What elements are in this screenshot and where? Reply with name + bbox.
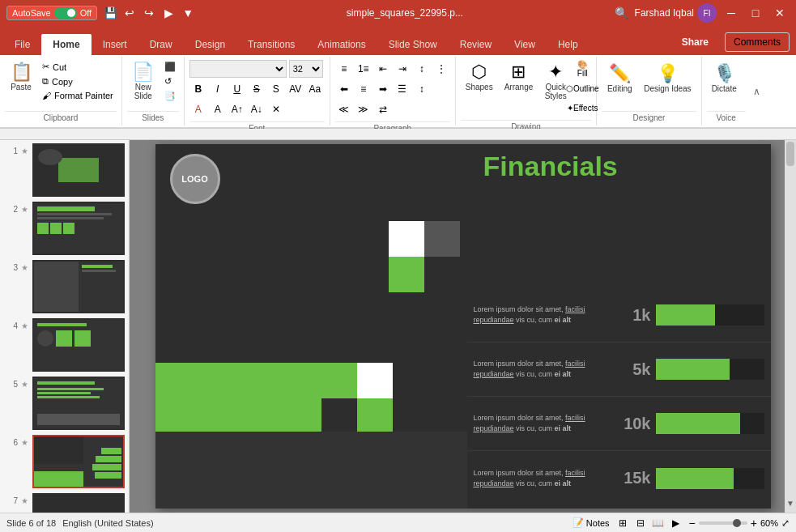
slide-img-3[interactable] bbox=[32, 260, 125, 313]
tab-view[interactable]: View bbox=[503, 34, 547, 55]
text-direction-button[interactable]: ↕ bbox=[413, 60, 431, 78]
tab-animations[interactable]: Animations bbox=[306, 34, 377, 55]
column-button[interactable]: ⋮ bbox=[432, 60, 450, 78]
zoom-slider[interactable] bbox=[699, 521, 747, 525]
design-ideas-button[interactable]: 💡 Design Ideas bbox=[639, 60, 696, 96]
normal-view-button[interactable]: ⊞ bbox=[615, 516, 631, 530]
maximize-button[interactable]: □ bbox=[746, 3, 765, 23]
font-color-button[interactable]: A bbox=[189, 100, 207, 118]
reading-view-button[interactable]: 📖 bbox=[650, 516, 666, 530]
tab-slideshow[interactable]: Slide Show bbox=[377, 34, 449, 55]
slide-img-4[interactable] bbox=[32, 318, 125, 372]
slide-thumb-3[interactable]: 3 ★ bbox=[3, 260, 126, 313]
zoom-area: − + 60% ⤢ bbox=[689, 517, 790, 530]
paste-button[interactable]: 📋 Paste bbox=[5, 60, 37, 95]
slide-thumb-7[interactable]: 7 ★ bbox=[3, 493, 126, 513]
save-button[interactable]: 💾 bbox=[102, 5, 118, 21]
notes-button[interactable]: 📝 Notes bbox=[573, 517, 610, 528]
slide-img-2[interactable] bbox=[32, 202, 125, 255]
font-family-select[interactable] bbox=[189, 60, 287, 78]
increase-indent-button[interactable]: ⇥ bbox=[394, 60, 411, 78]
minimize-button[interactable]: ─ bbox=[722, 3, 741, 23]
tab-help[interactable]: Help bbox=[547, 34, 590, 55]
slideshow-button[interactable]: ▶ bbox=[668, 516, 684, 530]
search-button[interactable]: 🔍 bbox=[614, 5, 630, 21]
slide-thumb-6[interactable]: 6 ★ bbox=[3, 435, 126, 488]
canvas-scrollbar-v[interactable] bbox=[785, 140, 796, 493]
font-size-shrink-button[interactable]: A↓ bbox=[248, 100, 266, 118]
zoom-out-button[interactable]: − bbox=[689, 517, 696, 530]
tab-design[interactable]: Design bbox=[184, 34, 236, 55]
align-left-button[interactable]: ⬅ bbox=[335, 80, 353, 98]
shadow-button[interactable]: S bbox=[267, 80, 285, 98]
canvas-area[interactable]: LOGO Financials Lorem ipsum dolor sit am… bbox=[130, 140, 796, 513]
editing-button[interactable]: ✏️ Editing bbox=[602, 60, 637, 96]
slide-sorter-button[interactable]: ⊟ bbox=[632, 516, 649, 530]
close-button[interactable]: ✕ bbox=[770, 3, 790, 23]
clear-format-button[interactable]: ✕ bbox=[267, 100, 285, 118]
layout-button[interactable]: ⬛ bbox=[161, 60, 179, 74]
tab-home[interactable]: Home bbox=[41, 34, 91, 55]
more-tools-button[interactable]: ▼ bbox=[180, 5, 196, 21]
slide-star-5: ★ bbox=[21, 377, 29, 389]
decrease-list-button[interactable]: ≪ bbox=[335, 100, 353, 118]
increase-list-button[interactable]: ≫ bbox=[355, 100, 372, 118]
share-button[interactable]: Share bbox=[670, 33, 720, 51]
slide-panel-scroll[interactable]: 1 ★ 2 ★ bbox=[0, 140, 129, 513]
slide-img-7[interactable] bbox=[32, 493, 125, 513]
decrease-indent-button[interactable]: ⇤ bbox=[374, 60, 392, 78]
format-paint-button[interactable]: 🖌Format Painter bbox=[39, 89, 117, 102]
dictate-button[interactable]: 🎙️ Dictate bbox=[707, 60, 742, 96]
present-button[interactable]: ▶ bbox=[160, 5, 177, 21]
shape-outline-button[interactable]: ⬡Outline bbox=[573, 79, 591, 97]
italic-button[interactable]: I bbox=[209, 80, 227, 98]
shape-effects-button[interactable]: ✦Effects bbox=[573, 99, 591, 117]
comments-button[interactable]: Comments bbox=[725, 32, 790, 52]
bold-button[interactable]: B bbox=[189, 80, 207, 98]
underline-button[interactable]: U bbox=[228, 80, 246, 98]
undo-button[interactable]: ↩ bbox=[121, 5, 138, 21]
tab-draw[interactable]: Draw bbox=[138, 34, 184, 55]
slide-thumb-4[interactable]: 4 ★ bbox=[3, 318, 126, 372]
justify-button[interactable]: ☰ bbox=[394, 80, 411, 98]
redo-button[interactable]: ↪ bbox=[141, 5, 157, 21]
tab-insert[interactable]: Insert bbox=[92, 34, 138, 55]
slide-img-6[interactable] bbox=[32, 435, 125, 488]
change-case-button[interactable]: Aa bbox=[306, 80, 324, 98]
slide-img-1[interactable] bbox=[32, 143, 125, 197]
slide-canvas[interactable]: LOGO Financials Lorem ipsum dolor sit am… bbox=[155, 144, 771, 509]
autosave-control[interactable]: AutoSave Off bbox=[6, 6, 97, 20]
numbered-list-button[interactable]: 1≡ bbox=[355, 60, 372, 78]
font-highlight-button[interactable]: A bbox=[209, 100, 227, 118]
font-size-select[interactable]: 32 bbox=[289, 60, 323, 78]
copy-button[interactable]: ⧉Copy bbox=[39, 74, 117, 88]
slide-thumb-2[interactable]: 2 ★ bbox=[3, 202, 126, 255]
align-right-button[interactable]: ➡ bbox=[374, 80, 392, 98]
fit-slide-button[interactable]: ⤢ bbox=[781, 517, 790, 529]
align-center-button[interactable]: ≡ bbox=[355, 80, 372, 98]
slide-thumb-1[interactable]: 1 ★ bbox=[3, 143, 126, 197]
arrange-button[interactable]: ⊞ Arrange bbox=[500, 60, 538, 95]
zoom-in-button[interactable]: + bbox=[751, 517, 757, 530]
shapes-button[interactable]: ⬡ Shapes bbox=[461, 60, 498, 95]
char-spacing-button[interactable]: AV bbox=[287, 80, 304, 98]
cut-button[interactable]: ✂Cut bbox=[39, 60, 117, 74]
autosave-toggle[interactable] bbox=[54, 7, 77, 19]
section-icon: 📑 bbox=[164, 91, 176, 101]
strikethrough-button[interactable]: S bbox=[248, 80, 266, 98]
line-spacing-button[interactable]: ↕ bbox=[413, 80, 431, 98]
tab-file[interactable]: File bbox=[3, 34, 41, 55]
section-button[interactable]: 📑 bbox=[161, 89, 179, 103]
convert-button[interactable]: ⇄ bbox=[374, 100, 392, 118]
font-size-grow-button[interactable]: A↑ bbox=[228, 100, 246, 118]
tab-review[interactable]: Review bbox=[449, 34, 503, 55]
bullet-list-button[interactable]: ≡ bbox=[335, 60, 353, 78]
slide-img-5[interactable] bbox=[32, 377, 125, 430]
slide-thumb-5[interactable]: 5 ★ bbox=[3, 377, 126, 430]
tab-transitions[interactable]: Transitions bbox=[236, 34, 306, 55]
shape-fill-button[interactable]: 🎨Fill bbox=[573, 60, 591, 78]
new-slide-button[interactable]: 📄 NewSlide bbox=[127, 60, 160, 104]
quick-styles-button[interactable]: ✦ QuickStyles bbox=[539, 60, 572, 104]
reset-button[interactable]: ↺ bbox=[161, 74, 179, 88]
ribbon-collapse-button[interactable]: ∧ bbox=[751, 57, 764, 126]
